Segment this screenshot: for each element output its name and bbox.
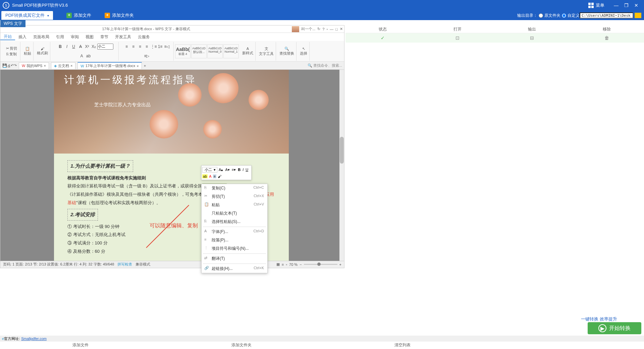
style-preview[interactable]: AaBbCcD默认段... bbox=[191, 44, 207, 58]
wps-menu-item[interactable]: 开始 bbox=[0, 34, 15, 40]
bullets-button[interactable]: ≡▾ bbox=[231, 168, 236, 172]
bullets-button[interactable]: ⋮≡ bbox=[150, 43, 157, 50]
align-button[interactable]: ≡ bbox=[213, 174, 216, 178]
wps-menu-item[interactable]: 章节 bbox=[97, 34, 112, 40]
folder-icon[interactable] bbox=[635, 13, 641, 18]
highlight-button[interactable]: ab bbox=[202, 174, 208, 178]
context-menu-item[interactable]: ✂剪切(T)Ctrl+X bbox=[202, 192, 267, 201]
context-menu-item[interactable]: ⋮项目符号和编号(N)... bbox=[202, 244, 267, 253]
bottom-add-folder[interactable]: 添加文件夹 bbox=[161, 342, 322, 349]
add-folder-button[interactable]: + 添加文件夹 bbox=[105, 12, 134, 18]
close-button[interactable]: ✕ bbox=[631, 3, 641, 8]
underline-button[interactable]: U bbox=[70, 43, 77, 50]
bottom-clear-list[interactable]: 清空列表 bbox=[322, 342, 483, 349]
context-menu-item[interactable]: ≡段落(P)... bbox=[202, 236, 267, 244]
underline-button[interactable]: U bbox=[245, 168, 249, 172]
window-tile-icon[interactable]: ▫ bbox=[326, 27, 328, 31]
wps-menu-item[interactable]: 引用 bbox=[53, 34, 67, 40]
font-size-input[interactable] bbox=[97, 44, 113, 50]
wps-close-button[interactable]: ✕ bbox=[340, 27, 343, 31]
quick-print-icon[interactable]: 🖨 bbox=[7, 64, 11, 68]
highlight-button[interactable]: ab bbox=[85, 53, 92, 59]
quick-undo-icon[interactable]: ↶ bbox=[11, 63, 14, 68]
zoom-out-button[interactable]: − bbox=[300, 263, 302, 267]
wps-menu-item[interactable]: 视图 bbox=[82, 34, 97, 40]
list-row[interactable]: ✓ ⊡ ⊟ 🗑 bbox=[345, 33, 644, 43]
italic-button[interactable]: I bbox=[242, 168, 244, 172]
context-menu-item[interactable]: 📋粘贴Ctrl+V bbox=[202, 201, 267, 209]
quick-redo-icon[interactable]: ↷ bbox=[14, 63, 17, 68]
quick-save-icon[interactable]: 💾 bbox=[2, 63, 7, 68]
view-mode-icon[interactable]: ▫ bbox=[286, 263, 287, 267]
open-icon[interactable]: ⊡ bbox=[420, 35, 495, 41]
align-justify-button[interactable]: ≡ bbox=[144, 43, 150, 50]
cut-button[interactable]: ✂剪切 bbox=[5, 46, 18, 51]
wps-maximize-button[interactable]: □ bbox=[335, 27, 338, 31]
font-color-button[interactable]: A bbox=[78, 53, 85, 59]
paste-button[interactable]: 📋 bbox=[25, 47, 30, 51]
context-menu-item[interactable]: A字体(F)...Ctrl+D bbox=[202, 228, 267, 236]
output-icon[interactable]: ⊟ bbox=[495, 35, 570, 41]
grow-font-button[interactable]: A▴ bbox=[218, 168, 224, 172]
add-file-button[interactable]: + 添加文件 bbox=[66, 12, 91, 18]
indent-inc-button[interactable]: ≡▷ bbox=[144, 53, 150, 59]
style-preview[interactable]: AaBb(标题 4 bbox=[175, 44, 191, 58]
select-button[interactable]: ↖ bbox=[302, 47, 305, 51]
output-radio-custom[interactable] bbox=[562, 13, 566, 18]
output-path-input[interactable] bbox=[580, 12, 633, 18]
avatar-icon[interactable] bbox=[292, 26, 299, 32]
context-menu-item[interactable]: ⇄翻译(T) bbox=[202, 254, 267, 263]
align-center-button[interactable]: ≡ bbox=[130, 43, 137, 50]
command-search[interactable]: 🔍 查找命令、搜索... bbox=[308, 63, 342, 68]
tab-mywps[interactable]: W我的WPS× bbox=[19, 62, 49, 69]
output-radio-source[interactable] bbox=[539, 13, 543, 18]
bottom-add-file[interactable]: 添加文件 bbox=[0, 342, 161, 349]
help-icon[interactable]: ? bbox=[322, 27, 324, 31]
menu-button[interactable]: 菜单 bbox=[588, 2, 604, 8]
sync-icon[interactable]: ↻ bbox=[317, 27, 320, 31]
indent-dec-button[interactable]: ≡◁ bbox=[164, 43, 170, 50]
zoom-slider[interactable] bbox=[304, 264, 337, 265]
wps-menu-item[interactable]: 开发工具 bbox=[112, 34, 135, 40]
font-size-combo[interactable]: 小二 ▾ bbox=[202, 167, 217, 173]
vertical-scrollbar[interactable] bbox=[339, 70, 344, 261]
tab-document[interactable]: W17年上半年计算一级报考.docx× bbox=[77, 62, 142, 69]
view-mode-icon[interactable]: ▦ bbox=[276, 262, 280, 267]
numbering-button[interactable]: 1≡ bbox=[157, 43, 164, 50]
align-right-button[interactable]: ≡ bbox=[137, 43, 144, 50]
superscript-button[interactable]: X² bbox=[84, 43, 91, 50]
context-menu-item[interactable]: 只粘贴文本(T) bbox=[202, 209, 267, 218]
start-convert-button[interactable]: ▶ 开始转换 bbox=[588, 322, 641, 334]
subscript-button[interactable]: X₂ bbox=[91, 43, 97, 50]
context-menu-item[interactable]: ⎘复制(C)Ctrl+C bbox=[202, 184, 267, 192]
text-tool-button[interactable]: 文 bbox=[265, 46, 268, 51]
zoom-in-button[interactable]: + bbox=[339, 263, 341, 267]
copy-button[interactable]: ⎘复制 bbox=[5, 51, 18, 57]
shrink-font-button[interactable]: A▾ bbox=[224, 168, 230, 172]
context-menu-item[interactable]: 🔗超链接(H)...Ctrl+K bbox=[202, 265, 267, 273]
wps-minimize-button[interactable]: — bbox=[330, 27, 333, 31]
find-replace-button[interactable]: 🔍 bbox=[284, 47, 289, 51]
maximize-button[interactable]: ❐ bbox=[621, 3, 631, 8]
tab-cloud[interactable]: ◈云文档× bbox=[51, 62, 75, 69]
italic-button[interactable]: I bbox=[64, 43, 70, 50]
style-preview[interactable]: AaBbCcDNormal_0 bbox=[207, 44, 223, 58]
minimize-button[interactable]: — bbox=[611, 3, 621, 8]
remove-icon[interactable]: 🗑 bbox=[570, 35, 644, 41]
main-tab[interactable]: PDF转换成其它文件 ▾ bbox=[1, 11, 53, 20]
format-painter-button[interactable]: 🖌 bbox=[41, 47, 44, 51]
bold-button[interactable]: B bbox=[57, 43, 64, 50]
wps-menu-item[interactable]: 云服务 bbox=[135, 34, 153, 40]
site-link[interactable]: Smallpdfer.com bbox=[21, 337, 47, 341]
user-name[interactable]: 叫一个... bbox=[301, 26, 315, 32]
bold-button[interactable]: B bbox=[237, 168, 241, 172]
style-preview[interactable]: AaBbCcDNormal_1 bbox=[223, 44, 239, 58]
wps-menu-item[interactable]: 插入 bbox=[15, 34, 30, 40]
wps-menu-item[interactable]: 审阅 bbox=[67, 34, 82, 40]
new-style-button[interactable]: A bbox=[247, 47, 249, 51]
wps-menu-item[interactable]: 页面布局 bbox=[30, 34, 53, 40]
format-painter-button[interactable]: 🖌 bbox=[217, 174, 222, 178]
font-color-button[interactable]: A bbox=[208, 174, 212, 178]
align-left-button[interactable]: ≡ bbox=[123, 43, 130, 50]
add-tab-button[interactable]: + bbox=[144, 64, 146, 68]
